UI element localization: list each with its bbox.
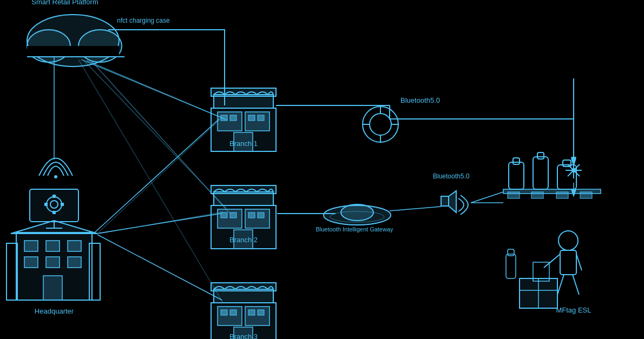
svg-rect-114 <box>556 192 568 198</box>
mftag-label: MFtag ESL <box>556 306 591 314</box>
svg-rect-21 <box>52 211 56 214</box>
bluetooth1-label: Bluetooth5.0 <box>400 96 440 104</box>
svg-rect-30 <box>24 241 38 251</box>
svg-rect-17 <box>30 189 78 222</box>
svg-rect-32 <box>68 241 81 251</box>
branch2-label: Branch 2 <box>229 236 258 244</box>
svg-rect-7 <box>27 46 119 57</box>
svg-point-14 <box>54 175 57 178</box>
main-diagram-svg: Smart Retail Platform nfct charging case <box>0 0 644 339</box>
svg-rect-66 <box>245 209 270 228</box>
svg-rect-75 <box>211 283 276 291</box>
svg-rect-62 <box>211 185 276 194</box>
svg-rect-65 <box>230 212 236 218</box>
svg-rect-34 <box>46 257 60 268</box>
svg-rect-31 <box>46 241 60 251</box>
diagram: Smart Retail Platform nfct charging case <box>0 0 644 339</box>
svg-rect-23 <box>61 203 64 206</box>
svg-rect-64 <box>221 212 227 218</box>
svg-rect-63 <box>218 209 242 228</box>
svg-rect-20 <box>52 195 56 198</box>
svg-rect-80 <box>248 310 255 315</box>
svg-rect-113 <box>531 192 543 198</box>
svg-rect-78 <box>230 310 236 315</box>
cloud-label: Smart Retail Platform <box>31 0 98 6</box>
bluetooth2-label: Bluetooth5.0 <box>433 172 470 180</box>
svg-rect-55 <box>258 115 264 121</box>
branch3-label: Branch 3 <box>229 333 258 339</box>
svg-rect-112 <box>508 192 520 198</box>
svg-rect-51 <box>221 115 227 121</box>
svg-rect-49 <box>211 88 276 96</box>
svg-rect-67 <box>248 212 255 218</box>
svg-rect-100 <box>441 196 449 206</box>
svg-rect-79 <box>245 307 270 325</box>
nfct-label: nfct charging case <box>117 17 170 24</box>
svg-rect-54 <box>248 115 255 121</box>
svg-rect-68 <box>258 212 264 218</box>
svg-rect-77 <box>221 310 227 315</box>
svg-rect-115 <box>580 192 592 198</box>
svg-rect-33 <box>24 257 38 268</box>
svg-rect-35 <box>68 257 81 268</box>
svg-rect-52 <box>230 115 236 121</box>
svg-rect-36 <box>43 276 62 300</box>
svg-point-89 <box>571 168 576 172</box>
svg-rect-76 <box>218 307 242 325</box>
svg-rect-22 <box>44 203 48 206</box>
gateway-label: Bluetooth Intelligent Gateway <box>316 226 393 232</box>
hq-label: Headquarter <box>35 307 74 315</box>
svg-rect-53 <box>245 112 270 131</box>
svg-point-98 <box>341 204 373 221</box>
branch1-label: Branch 1 <box>229 139 258 148</box>
svg-rect-81 <box>258 310 264 315</box>
svg-rect-50 <box>218 112 242 131</box>
